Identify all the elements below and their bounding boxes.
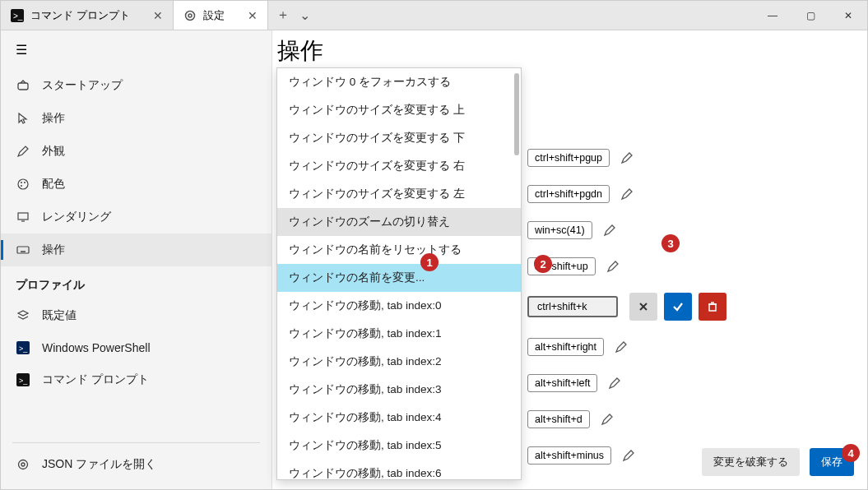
svg-point-20 bbox=[19, 460, 28, 469]
svg-point-3 bbox=[188, 14, 192, 17]
sidebar-item-cmd[interactable]: >_ コマンド プロンプト bbox=[1, 363, 272, 396]
plus-icon[interactable]: ＋ bbox=[276, 7, 290, 24]
tab-cmd[interactable]: >_ コマンド プロンプト ✕ bbox=[1, 1, 174, 30]
key-label: alt+shift+left bbox=[527, 374, 597, 392]
gear-icon bbox=[183, 9, 197, 22]
cancel-button[interactable] bbox=[629, 293, 657, 321]
shortcut-row: ctrl+shift+k bbox=[527, 290, 726, 323]
svg-text:>_: >_ bbox=[19, 344, 28, 353]
sidebar-item-actions[interactable]: 操作 bbox=[1, 233, 272, 266]
main-panel: 操作 ウィンドウ 0 をフォーカスするウィンドウのサイズを変更する 上ウィンドウ… bbox=[272, 30, 867, 489]
sidebar-item-open-json[interactable]: JSON ファイルを開く bbox=[1, 448, 272, 481]
shortcut-row: win+sc(41) bbox=[527, 218, 726, 243]
pencil-icon[interactable] bbox=[618, 149, 636, 167]
svg-rect-9 bbox=[18, 213, 28, 220]
maximize-button[interactable]: ▢ bbox=[791, 1, 829, 30]
divider bbox=[12, 442, 260, 443]
dropdown-item[interactable]: ウィンドウの移動, tab index:2 bbox=[277, 348, 521, 376]
sidebar-item-label: 配色 bbox=[42, 177, 65, 192]
dropdown-item[interactable]: ウィンドウのサイズを変更する 右 bbox=[277, 152, 521, 180]
dropdown-item[interactable]: ウィンドウの名前を変更... bbox=[277, 264, 521, 292]
minimize-button[interactable]: — bbox=[754, 1, 791, 30]
dropdown-item[interactable]: ウィンドウのズームの切り替え bbox=[277, 208, 521, 236]
palette-icon bbox=[16, 178, 30, 191]
sidebar-item-colors[interactable]: 配色 bbox=[1, 168, 272, 201]
dropdown-item[interactable]: ウィンドウの名前をリセットする bbox=[277, 236, 521, 264]
monitor-icon bbox=[16, 210, 30, 224]
page-title: 操作 bbox=[277, 35, 323, 67]
dropdown-item[interactable]: ウィンドウ 0 をフォーカスする bbox=[277, 68, 521, 96]
dropdown-item[interactable]: ウィンドウの移動, tab index:1 bbox=[277, 320, 521, 348]
dropdown-item[interactable]: ウィンドウのサイズを変更する 上 bbox=[277, 96, 521, 124]
bottom-bar: 変更を破棄する 保存 bbox=[702, 448, 854, 476]
key-label: alt+shift+right bbox=[527, 338, 604, 356]
hamburger-icon[interactable]: ☰ bbox=[1, 30, 272, 69]
svg-point-6 bbox=[21, 182, 22, 183]
scrollbar[interactable] bbox=[514, 73, 519, 155]
callout-marker-4: 4 bbox=[842, 444, 860, 462]
callout-marker-2: 2 bbox=[534, 255, 552, 273]
sidebar-item-interaction[interactable]: 操作 bbox=[1, 102, 272, 135]
pencil-icon[interactable] bbox=[618, 185, 636, 203]
callout-marker-1: 1 bbox=[420, 253, 439, 271]
key-label: win+sc(41) bbox=[527, 221, 592, 239]
svg-text:>_: >_ bbox=[13, 12, 23, 21]
sidebar-item-powershell[interactable]: >_ Windows PowerShell bbox=[1, 332, 272, 363]
sidebar-item-label: Windows PowerShell bbox=[42, 341, 151, 354]
key-label: ctrl+shift+pgup bbox=[527, 149, 610, 167]
svg-point-7 bbox=[24, 182, 26, 183]
sidebar-item-label: コマンド プロンプト bbox=[42, 372, 149, 387]
sidebar-item-label: 操作 bbox=[42, 243, 65, 257]
svg-text:>_: >_ bbox=[19, 377, 28, 385]
sidebar-item-label: レンダリング bbox=[42, 210, 111, 224]
cmd-icon: >_ bbox=[16, 373, 30, 386]
dropdown-item[interactable]: ウィンドウの移動, tab index:0 bbox=[277, 292, 521, 320]
shortcut-row: alt+shift+d bbox=[527, 407, 726, 432]
svg-rect-24 bbox=[709, 304, 716, 311]
sidebar-item-defaults[interactable]: 既定値 bbox=[1, 299, 272, 332]
cursor-icon bbox=[16, 112, 30, 125]
dropdown-item[interactable]: ウィンドウの移動, tab index:5 bbox=[277, 432, 521, 460]
powershell-icon: >_ bbox=[16, 341, 30, 354]
dropdown-item[interactable]: ウィンドウの移動, tab index:6 bbox=[277, 460, 521, 479]
dropdown-item[interactable]: ウィンドウの移動, tab index:3 bbox=[277, 376, 521, 404]
svg-point-2 bbox=[185, 11, 194, 20]
svg-rect-11 bbox=[17, 247, 29, 253]
chevron-down-icon[interactable]: ⌄ bbox=[299, 7, 310, 23]
shortcut-row: alt+shift+minus bbox=[527, 443, 726, 468]
layers-icon bbox=[16, 309, 30, 322]
pencil-icon[interactable] bbox=[598, 410, 616, 428]
save-label: 保存 bbox=[821, 455, 842, 469]
sidebar-item-startup[interactable]: スタートアップ bbox=[1, 69, 272, 102]
close-icon[interactable]: ✕ bbox=[153, 9, 163, 22]
svg-point-8 bbox=[21, 185, 22, 187]
dropdown-item[interactable]: ウィンドウのサイズを変更する 左 bbox=[277, 180, 521, 208]
dropdown-item[interactable]: ウィンドウのサイズを変更する 下 bbox=[277, 124, 521, 152]
dropdown-item[interactable]: ウィンドウの移動, tab index:4 bbox=[277, 404, 521, 432]
pencil-icon[interactable] bbox=[620, 446, 638, 465]
pencil-icon[interactable] bbox=[606, 374, 624, 392]
new-tab-controls: ＋ ⌄ bbox=[268, 1, 318, 30]
sidebar: ☰ スタートアップ 操作 外観 配色 bbox=[1, 30, 272, 489]
sidebar-item-appearance[interactable]: 外観 bbox=[1, 135, 272, 168]
pencil-icon[interactable] bbox=[601, 221, 619, 239]
action-dropdown[interactable]: ウィンドウ 0 をフォーカスするウィンドウのサイズを変更する 上ウィンドウのサイ… bbox=[276, 67, 522, 480]
sidebar-item-label: 既定値 bbox=[42, 308, 77, 323]
close-button[interactable]: ✕ bbox=[829, 1, 867, 30]
sidebar-item-rendering[interactable]: レンダリング bbox=[1, 201, 272, 233]
tab-settings[interactable]: 設定 ✕ bbox=[174, 1, 268, 30]
delete-button[interactable] bbox=[699, 293, 726, 321]
pencil-icon[interactable] bbox=[604, 257, 622, 275]
sidebar-item-label: 外観 bbox=[42, 144, 65, 159]
key-label: alt+shift+d bbox=[527, 410, 590, 428]
close-icon[interactable]: ✕ bbox=[248, 9, 258, 22]
pencil-icon[interactable] bbox=[612, 338, 630, 356]
confirm-button[interactable] bbox=[664, 293, 692, 321]
key-label: ctrl+shift+pgdn bbox=[527, 185, 610, 203]
gear-icon bbox=[16, 458, 30, 471]
shortcut-row: ctrl+shift+pgdn bbox=[527, 182, 726, 206]
svg-rect-4 bbox=[18, 83, 28, 90]
discard-button[interactable]: 変更を破棄する bbox=[702, 448, 800, 476]
key-input[interactable]: ctrl+shift+k bbox=[527, 296, 618, 317]
shortcut-row: alt+shift+left bbox=[527, 371, 726, 395]
